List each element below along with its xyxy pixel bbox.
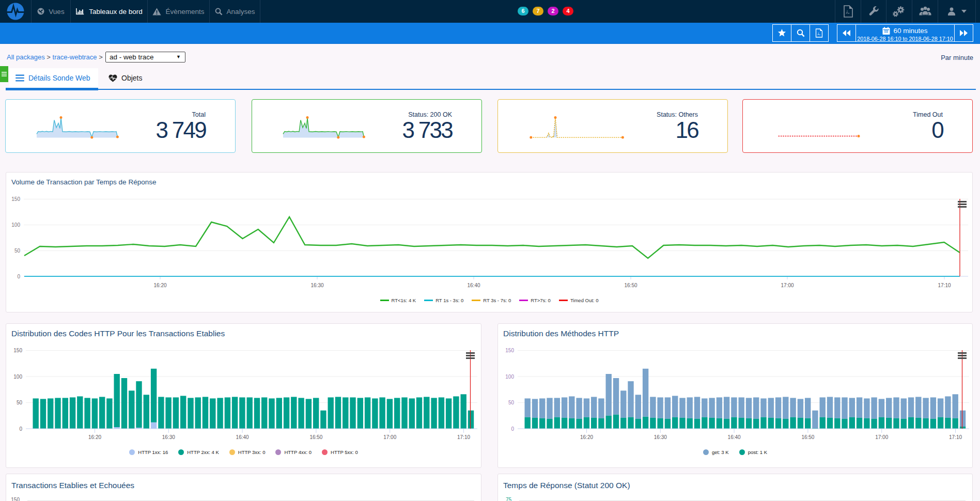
svg-text:0: 0 [511,426,514,432]
svg-text:16:20: 16:20 [153,283,166,288]
svg-text:100: 100 [13,374,22,380]
svg-text:100: 100 [11,222,20,228]
svg-text:0: 0 [19,426,22,432]
svg-text:16:40: 16:40 [236,434,249,440]
svg-text:150: 150 [11,196,20,202]
svg-text:16:30: 16:30 [310,283,323,288]
svg-text:50: 50 [14,248,21,254]
svg-text:17:10: 17:10 [457,434,470,440]
svg-text:150: 150 [505,348,514,353]
svg-text:16:30: 16:30 [654,434,667,440]
svg-text:17:00: 17:00 [781,283,794,288]
svg-text:0: 0 [17,274,20,279]
svg-text:16:40: 16:40 [467,283,480,288]
svg-text:16:20: 16:20 [88,434,101,440]
svg-text:100: 100 [505,374,514,380]
svg-text:16:30: 16:30 [162,434,175,440]
svg-text:17:10: 17:10 [949,434,962,440]
svg-text:17:10: 17:10 [938,283,951,288]
svg-text:50: 50 [508,400,515,405]
svg-text:17:00: 17:00 [875,434,888,440]
svg-text:16:50: 16:50 [624,283,637,288]
svg-text:16:20: 16:20 [580,434,593,440]
svg-text:50: 50 [17,400,23,405]
svg-text:16:40: 16:40 [728,434,741,440]
svg-text:17:00: 17:00 [383,434,396,440]
svg-text:16:50: 16:50 [801,434,814,440]
svg-text:150: 150 [13,348,22,353]
svg-text:16:50: 16:50 [309,434,322,440]
